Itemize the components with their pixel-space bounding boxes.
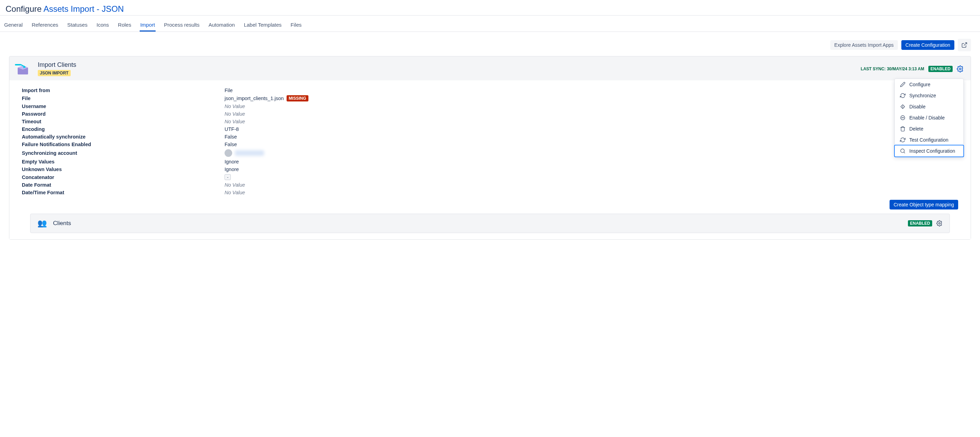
clients-subpanel: 👥 Clients ENABLED bbox=[30, 214, 950, 233]
svg-point-5 bbox=[959, 68, 961, 70]
menu-enable-disable[interactable]: Enable / Disable bbox=[895, 112, 963, 123]
title-link[interactable]: Assets Import - JSON bbox=[43, 4, 124, 14]
tab-general[interactable]: General bbox=[3, 19, 23, 32]
field-label: Synchronizing account bbox=[22, 150, 224, 156]
field-value: No Value bbox=[224, 111, 245, 117]
blurred-user bbox=[235, 150, 264, 156]
field-value: No Value bbox=[224, 103, 245, 109]
field-value: - bbox=[224, 174, 231, 180]
tab-automation[interactable]: Automation bbox=[208, 19, 235, 32]
import-panel-header: Import Clients JSON IMPORT LAST SYNC: 30… bbox=[10, 57, 970, 80]
sync-icon bbox=[900, 137, 906, 142]
clients-icon: 👥 bbox=[37, 219, 47, 228]
title-prefix: Configure bbox=[6, 4, 41, 14]
field-value: Ignore bbox=[224, 166, 239, 172]
avatar bbox=[224, 149, 232, 157]
menu-disable[interactable]: Disable bbox=[895, 101, 963, 112]
page-title: Configure Assets Import - JSON bbox=[6, 4, 974, 14]
tabs: GeneralReferencesStatusesIconsRolesImpor… bbox=[0, 16, 980, 32]
menu-item-label: Disable bbox=[909, 104, 926, 109]
field-value: No Value bbox=[224, 190, 245, 195]
svg-rect-3 bbox=[15, 64, 21, 65]
tab-statuses[interactable]: Statuses bbox=[67, 19, 88, 32]
import-panel-body: Import fromFileFilejson_import_clients_1… bbox=[10, 80, 970, 239]
tab-files[interactable]: Files bbox=[290, 19, 302, 32]
svg-point-12 bbox=[904, 117, 904, 118]
menu-item-label: Enable / Disable bbox=[909, 115, 945, 120]
pencil-icon bbox=[900, 82, 906, 87]
menu-item-label: Configure bbox=[909, 82, 931, 87]
menu-item-label: Delete bbox=[909, 126, 923, 131]
field-value: False bbox=[224, 142, 237, 147]
field-label: Automatically synchronize bbox=[22, 134, 224, 139]
import-title: Import Clients bbox=[38, 61, 76, 68]
field-row: Synchronizing account bbox=[22, 148, 958, 158]
field-label: Encoding bbox=[22, 127, 224, 132]
missing-badge: MISSING bbox=[286, 95, 309, 101]
menu-item-label: Synchronize bbox=[909, 93, 936, 98]
svg-point-15 bbox=[939, 223, 940, 224]
menu-item-label: Inspect Configuration bbox=[909, 148, 955, 154]
menu-configure[interactable]: Configure bbox=[895, 79, 963, 90]
trash-icon bbox=[900, 126, 906, 131]
field-label: Empty Values bbox=[22, 159, 224, 165]
field-value: json_import_clients_1.jsonMISSING bbox=[224, 95, 309, 101]
menu-inspect-configuration[interactable]: Inspect Configuration bbox=[895, 146, 963, 157]
tab-roles[interactable]: Roles bbox=[117, 19, 132, 32]
external-link-button[interactable] bbox=[958, 39, 971, 51]
tab-import[interactable]: Import bbox=[140, 19, 156, 32]
field-label: Import from bbox=[22, 88, 224, 93]
field-value: Ignore bbox=[224, 159, 239, 165]
import-box-icon bbox=[14, 62, 32, 76]
menu-test-configuration[interactable]: Test Configuration bbox=[895, 135, 963, 146]
settings-gear-button[interactable] bbox=[957, 65, 964, 72]
field-row: Automatically synchronizeFalse bbox=[22, 133, 958, 141]
tab-process-results[interactable]: Process results bbox=[163, 19, 200, 32]
search-icon bbox=[900, 148, 906, 154]
field-row: TimeoutNo Value bbox=[22, 118, 958, 125]
field-value: No Value bbox=[224, 182, 245, 188]
field-row: Import fromFile bbox=[22, 87, 958, 94]
field-label: Timeout bbox=[22, 119, 224, 124]
field-row: Empty ValuesIgnore bbox=[22, 158, 958, 166]
gear-icon bbox=[957, 65, 964, 72]
settings-dropdown: ConfigureSynchronizeDisableEnable / Disa… bbox=[894, 79, 964, 157]
field-row: Concatenator- bbox=[22, 173, 958, 181]
sync-icon bbox=[900, 93, 906, 98]
create-configuration-button[interactable]: Create Configuration bbox=[901, 40, 955, 50]
svg-line-14 bbox=[904, 152, 905, 153]
field-label: Unknown Values bbox=[22, 166, 224, 172]
field-row: UsernameNo Value bbox=[22, 103, 958, 110]
external-link-icon bbox=[961, 42, 967, 48]
create-object-type-mapping-button[interactable]: Create Object type mapping bbox=[889, 200, 958, 209]
diamond-exclaim-icon bbox=[900, 104, 906, 109]
explore-assets-button[interactable]: Explore Assets Import Apps bbox=[830, 40, 898, 50]
toolbar: Explore Assets Import Apps Create Config… bbox=[0, 32, 980, 56]
field-row: PasswordNo Value bbox=[22, 110, 958, 118]
menu-delete[interactable]: Delete bbox=[895, 123, 963, 135]
svg-point-10 bbox=[902, 117, 902, 118]
menu-synchronize[interactable]: Synchronize bbox=[895, 90, 963, 101]
import-panel: Import Clients JSON IMPORT LAST SYNC: 30… bbox=[9, 56, 971, 240]
tab-references[interactable]: References bbox=[31, 19, 59, 32]
svg-line-0 bbox=[964, 43, 967, 45]
clients-gear-button[interactable] bbox=[936, 220, 943, 226]
field-row: Date/Time FormatNo Value bbox=[22, 189, 958, 196]
field-value: No Value bbox=[224, 119, 245, 124]
tab-icons[interactable]: Icons bbox=[95, 19, 110, 32]
field-label: Failure Notifications Enabled bbox=[22, 142, 224, 147]
field-row: Unknown ValuesIgnore bbox=[22, 166, 958, 173]
gear-icon bbox=[936, 220, 943, 226]
concatenator-box: - bbox=[224, 174, 231, 180]
field-value: False bbox=[224, 134, 237, 139]
enabled-badge: ENABLED bbox=[928, 66, 953, 72]
json-import-badge: JSON IMPORT bbox=[38, 70, 71, 76]
field-value: UTF-8 bbox=[224, 127, 239, 132]
field-label: Date Format bbox=[22, 182, 224, 188]
svg-point-11 bbox=[902, 117, 903, 118]
tab-label-templates[interactable]: Label Templates bbox=[243, 19, 282, 32]
field-row: EncodingUTF-8 bbox=[22, 125, 958, 133]
field-label: File bbox=[22, 96, 224, 101]
svg-point-8 bbox=[903, 107, 903, 108]
dots-circle-icon bbox=[900, 115, 906, 120]
